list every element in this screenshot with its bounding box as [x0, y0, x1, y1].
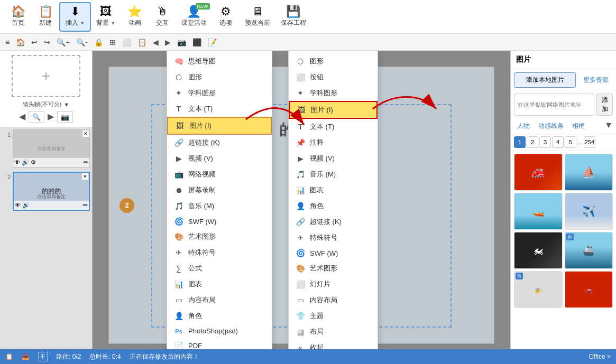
right-menu-slideshow[interactable]: ⬜ 幻灯片	[289, 276, 378, 292]
tb2-home[interactable]: 🏠	[13, 35, 28, 49]
image-cell-more1[interactable]: 前 🚁	[514, 271, 563, 308]
menu-mindmap[interactable]: 🧠 思维导图	[167, 53, 272, 69]
frame-search-btn[interactable]: 🔍	[29, 111, 44, 123]
url-input[interactable]	[514, 94, 594, 116]
right-menu-collapse[interactable]: « 收起	[289, 340, 378, 349]
slide1-action-eye[interactable]: 👁	[14, 159, 20, 166]
menu-music[interactable]: 🎵 音乐 (M)	[167, 198, 272, 214]
tb2-zoom-in[interactable]: 🔍+	[53, 35, 73, 49]
menu-formula[interactable]: ∑ 公式	[167, 260, 272, 276]
toolbar-background[interactable]: 🖼 背景 ▼	[91, 2, 121, 32]
image-cell-more2[interactable]: 🚗	[565, 271, 613, 308]
toolbar-home[interactable]: 🏠 首页	[4, 2, 32, 32]
toolbar-save[interactable]: 💾 保存工程	[275, 2, 311, 32]
tb2-lock[interactable]: 🔒	[91, 35, 106, 49]
toolbar-select[interactable]: ⚙ 选项	[212, 2, 240, 32]
new-frame-select[interactable]: 镜头帧(不可分) ▼	[23, 100, 69, 108]
image-cell-submarine[interactable]: 前 🚢	[565, 232, 613, 269]
page-btn-5[interactable]: 5	[565, 136, 576, 148]
menu-shape[interactable]: ⬡ 图形	[167, 69, 272, 85]
tb2-copy[interactable]: 📋	[134, 35, 150, 49]
image-cell-speedboat[interactable]: 🚤	[514, 193, 563, 230]
add-local-image-btn[interactable]: 添加本地图片	[514, 72, 576, 88]
right-menu-shape[interactable]: ⬡ 图形	[289, 53, 378, 69]
page-btn-3[interactable]: 3	[539, 136, 551, 148]
toolbar-preview[interactable]: 🖥 预览当前	[240, 2, 275, 32]
tab-dynamic-lines[interactable]: 动感线条	[535, 120, 567, 132]
right-menu-special-char[interactable]: ✈ 特殊符号	[289, 230, 378, 246]
tb2-note[interactable]: 📝	[205, 35, 220, 49]
url-add-btn[interactable]: 添加	[596, 94, 613, 116]
menu-photoshop[interactable]: Ps PhotoShop(psd)	[167, 324, 272, 338]
right-menu-button[interactable]: ⬜ 按钮	[289, 69, 378, 85]
tb2-camera[interactable]: 📷	[174, 35, 189, 49]
right-menu-video[interactable]: ▶ 视频 (V)	[289, 151, 378, 166]
slide-close-1[interactable]: ✕	[82, 130, 89, 137]
menu-hyperlink[interactable]: 🔗 超链接 (K)	[167, 135, 272, 151]
menu-content-layout[interactable]: ▭ 内容布局	[167, 292, 272, 308]
menu-pdf[interactable]: 📄 PDF	[167, 338, 272, 349]
menu-swf[interactable]: 🌀 SWF (W)	[167, 214, 272, 229]
right-menu-chart[interactable]: 📊 图表	[289, 182, 378, 198]
tb2-square[interactable]: ⬜	[119, 35, 134, 49]
tb2-stop[interactable]: ⬛	[189, 35, 205, 49]
menu-screenrec[interactable]: ⏺ 屏幕录制	[167, 182, 272, 198]
right-menu-music[interactable]: 🎵 音乐 (M)	[289, 166, 378, 182]
slide-thumb-1[interactable]: 1 点击添加备注 ✕ 👁 🔊 ⚙ ✏	[2, 129, 90, 167]
slide-close-2[interactable]: ✕	[81, 173, 89, 180]
right-menu-layout[interactable]: ▦ 布局	[289, 324, 378, 340]
more-resources-btn[interactable]: 更多资源	[579, 72, 613, 88]
status-icon-1[interactable]: 📋	[5, 353, 13, 360]
tb2-undo[interactable]: ↩	[28, 35, 41, 49]
slide1-action-audio[interactable]: 🔊	[22, 159, 29, 166]
toolbar-insert[interactable]: ⬇ 插入 ▼	[59, 2, 91, 32]
menu-image[interactable]: 🖼 图片 (I)	[167, 117, 272, 135]
status-icon-2[interactable]: 📤	[22, 353, 30, 360]
page-btn-2[interactable]: 2	[527, 136, 538, 148]
slide1-action-edit[interactable]: ✏	[84, 159, 88, 166]
frame-camera-btn[interactable]: 📷	[57, 111, 73, 123]
frame-forward-btn[interactable]: ▶	[48, 111, 54, 123]
menu-video[interactable]: ▶ 视频 (V)	[167, 151, 272, 166]
tb2-zoom-out[interactable]: 🔍-	[73, 35, 91, 49]
right-menu-subject-shape[interactable]: ✦ 学科图形	[289, 85, 378, 101]
toolbar-animation[interactable]: ⭐ 动画	[121, 2, 149, 32]
right-menu-note[interactable]: 📌 注释	[289, 135, 378, 151]
slide-thumb-2[interactable]: 2 的的的 ✕ 👁 🔊 ✏ 点击添加备注	[2, 172, 90, 211]
page-btn-4[interactable]: 4	[552, 136, 564, 148]
frame-back-btn[interactable]: ◀	[19, 111, 25, 123]
tb2-back[interactable]: ◀	[150, 35, 162, 49]
image-cell-sailboat[interactable]: ⛵	[565, 154, 613, 191]
tab-people[interactable]: 人物	[514, 120, 533, 132]
image-cell-fire-truck[interactable]: 🚒	[514, 154, 563, 191]
new-frame-box[interactable]: +	[12, 55, 80, 97]
image-cell-airplane[interactable]: ✈️	[565, 193, 613, 230]
menu-special-char[interactable]: ✈ 特殊符号	[167, 245, 272, 260]
menu-subject-shape[interactable]: ✦ 学科图形	[167, 85, 272, 101]
right-menu-theme[interactable]: 👕 主题	[289, 308, 378, 324]
toolbar-new[interactable]: 📋 新建	[32, 2, 59, 32]
slide1-action-settings[interactable]: ⚙	[31, 159, 36, 166]
tb2-play[interactable]: ▶	[162, 35, 174, 49]
menu-art-shape[interactable]: 🎨 艺术图形	[167, 229, 272, 245]
right-menu-art-shape[interactable]: 🎨 艺术图形	[289, 260, 378, 276]
slide2-action-audio[interactable]: 🔊	[22, 202, 30, 209]
tb2-grid[interactable]: ≡	[2, 35, 13, 49]
toolbar-class-activity[interactable]: NEW 👤 课堂活动	[176, 2, 212, 32]
image-cell-motorcycle[interactable]: 🏍	[514, 232, 563, 269]
page-btn-last[interactable]: 254	[584, 136, 595, 148]
right-menu-content-layout[interactable]: ▭ 内容布局	[289, 292, 378, 308]
menu-text[interactable]: T 文本 (T)	[167, 101, 272, 117]
tb2-grid2[interactable]: ⊞	[106, 35, 119, 49]
menu-role[interactable]: 👤 角色	[167, 308, 272, 324]
right-menu-hyperlink[interactable]: 🔗 超链接 (K)	[289, 214, 378, 230]
right-menu-role[interactable]: 👤 角色	[289, 198, 378, 214]
slide2-action-eye[interactable]: 👁	[15, 202, 21, 209]
tb2-redo[interactable]: ↪	[41, 35, 53, 49]
status-icon-3[interactable]: 不	[38, 352, 48, 361]
tabs-dropdown-btn[interactable]: ▼	[604, 120, 613, 132]
right-menu-swf[interactable]: 🌀 SWF (W)	[289, 246, 378, 260]
menu-chart[interactable]: 📊 图表	[167, 276, 272, 292]
slide2-action-edit[interactable]: ✏	[83, 202, 88, 209]
right-menu-image[interactable]: 🖼 图片 (I)	[289, 101, 378, 119]
